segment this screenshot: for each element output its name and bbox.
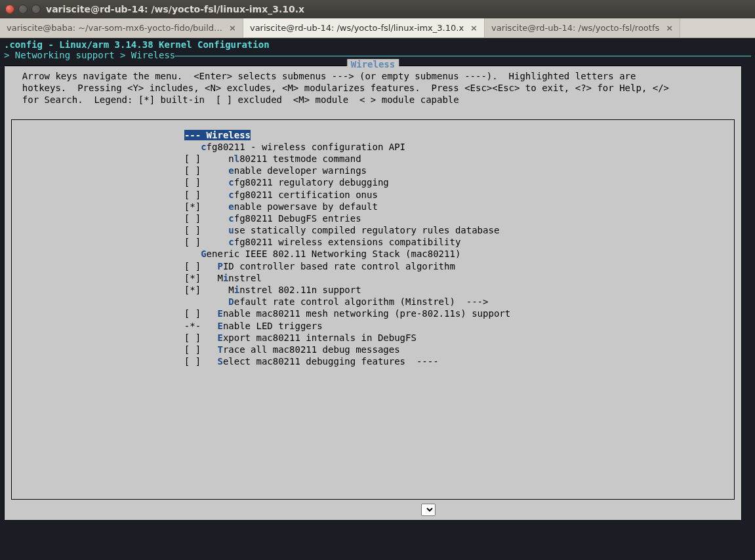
menu-item[interactable]: -*- Enable LED triggers: [18, 320, 727, 332]
menu-item[interactable]: [ ] Enable mac80211 mesh networking (pre…: [18, 308, 727, 319]
window-buttons: [5, 5, 41, 14]
menu-item[interactable]: [ ] cfg80211 certification onus: [18, 189, 727, 201]
close-tab-icon[interactable]: ×: [666, 23, 673, 33]
tab-label: variscite@baba: ~/var-som-mx6-yocto-fido…: [7, 23, 222, 33]
menu-item[interactable]: [ ] PID controller based rate control al…: [18, 260, 727, 272]
tab-label: variscite@rd-ub-14: /ws/yocto-fsl/rootfs: [491, 23, 659, 33]
menuconfig-dialog: Wireless Arrow keys navigate the menu. <…: [4, 66, 742, 521]
terminal-tab[interactable]: variscite@rd-ub-14: /ws/yocto-fsl/rootfs…: [485, 18, 680, 37]
minimize-icon[interactable]: [18, 5, 28, 14]
dialog-button[interactable]: < Exit > < Help > < Save > < Load >: [421, 504, 436, 515]
config-header: .config - Linux/arm 3.14.38 Kernel Confi…: [4, 39, 751, 50]
menu-item[interactable]: [ ] cfg80211 DebugFS entries: [18, 212, 727, 224]
menu-items-box: --- Wireless cfg80211 - wireless configu…: [11, 119, 735, 500]
dialog-title: Wireless: [347, 59, 399, 70]
menu-item[interactable]: [ ] Trace all mac80211 debug messages: [18, 344, 727, 355]
menu-item[interactable]: cfg80211 - wireless configuration API: [18, 141, 727, 153]
breadcrumb: > Networking support > Wireless: [4, 50, 175, 60]
maximize-icon[interactable]: [31, 5, 41, 14]
menu-item[interactable]: [ ] Export mac80211 internals in DebugFS: [18, 332, 727, 344]
menu-item[interactable]: [*] Minstrel 802.11n support: [18, 284, 727, 296]
terminal-content[interactable]: .config - Linux/arm 3.14.38 Kernel Confi…: [0, 38, 755, 560]
close-tab-icon[interactable]: ×: [229, 23, 236, 33]
menu-item[interactable]: Default rate control algorithm (Minstrel…: [18, 296, 727, 308]
close-tab-icon[interactable]: ×: [470, 23, 478, 33]
terminal-tabbar: variscite@baba: ~/var-som-mx6-yocto-fido…: [0, 18, 755, 38]
menu-item[interactable]: [ ] enable developer warnings: [18, 165, 727, 176]
menu-item[interactable]: [*] Minstrel: [18, 272, 727, 284]
tab-label: variscite@rd-ub-14: /ws/yocto-fsl/linux-…: [250, 23, 464, 33]
menu-item[interactable]: [ ] nl80211 testmode command: [18, 153, 727, 165]
menu-item[interactable]: [*] enable powersave by default: [18, 201, 727, 212]
menu-header[interactable]: --- Wireless: [18, 129, 727, 141]
menu-item[interactable]: [ ] cfg80211 wireless extensions compati…: [18, 236, 727, 248]
button-bar: < Exit > < Help > < Save > < Load >: [11, 500, 735, 519]
window-title: variscite@rd-ub-14: /ws/yocto-fsl/linux-…: [46, 4, 304, 14]
menu-item[interactable]: [ ] Select mac80211 debugging features -…: [18, 355, 727, 367]
terminal-tab[interactable]: variscite@baba: ~/var-som-mx6-yocto-fido…: [0, 18, 243, 37]
close-icon[interactable]: [5, 5, 14, 14]
help-text: Arrow keys navigate the menu. <Enter> se…: [11, 70, 735, 106]
menu-item[interactable]: [ ] use statically compiled regulatory r…: [18, 224, 727, 236]
window-titlebar: variscite@rd-ub-14: /ws/yocto-fsl/linux-…: [0, 0, 755, 18]
menu-item[interactable]: [ ] cfg80211 regulatory debugging: [18, 176, 727, 188]
menu-item[interactable]: Generic IEEE 802.11 Networking Stack (ma…: [18, 248, 727, 260]
terminal-tab[interactable]: variscite@rd-ub-14: /ws/yocto-fsl/linux-…: [243, 18, 485, 37]
